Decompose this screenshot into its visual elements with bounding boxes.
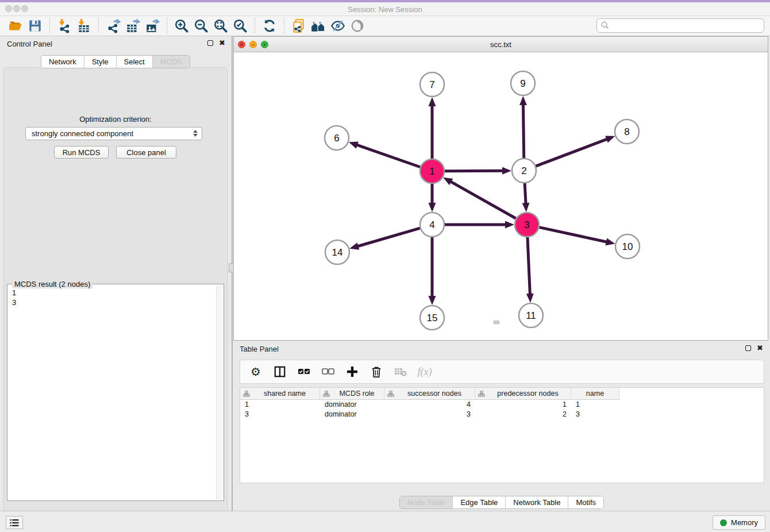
toolbar-separator xyxy=(49,18,50,34)
table-tab-motifs[interactable]: Motifs xyxy=(568,496,603,508)
graph-edge-3-11[interactable] xyxy=(528,237,530,296)
graph-edge-1-2[interactable] xyxy=(445,171,505,171)
control-panel-close-icon[interactable]: ✖ xyxy=(219,40,225,47)
hide-selected-eye-icon[interactable] xyxy=(328,17,348,34)
svg-text:11: 11 xyxy=(526,310,536,321)
import-network-icon[interactable] xyxy=(55,17,74,34)
table-row[interactable]: 3dominator323 xyxy=(240,410,764,419)
column-header-name[interactable]: name xyxy=(571,388,619,400)
cell-MCDS-role[interactable]: dominator xyxy=(320,400,384,410)
graph-node-14[interactable]: 14 xyxy=(325,240,349,264)
tab-select[interactable]: Select xyxy=(116,56,152,68)
memory-button[interactable]: Memory xyxy=(713,515,765,530)
graph-edge-2-9[interactable] xyxy=(523,103,523,158)
select-all-columns-icon[interactable] xyxy=(297,364,311,379)
column-header-MCDS-role[interactable]: MCDS role xyxy=(320,388,384,400)
deselect-all-columns-icon[interactable] xyxy=(321,364,336,379)
optimization-criterion-select[interactable]: strongly connected component xyxy=(25,127,202,140)
table-panel-close-icon[interactable]: ✖ xyxy=(757,345,763,352)
cell-predecessor-nodes[interactable]: 2 xyxy=(475,410,571,419)
task-history-button[interactable] xyxy=(6,516,23,529)
graph-node-7[interactable]: 7 xyxy=(420,72,444,97)
graph-edge-3-10[interactable] xyxy=(539,228,608,242)
delete-row-icon[interactable] xyxy=(369,364,384,379)
table-tab-node-table[interactable]: Node Table xyxy=(400,496,453,508)
memory-status-icon xyxy=(720,519,727,526)
zoom-in-icon[interactable] xyxy=(172,17,191,34)
list-icon xyxy=(9,518,20,527)
export-table-icon[interactable] xyxy=(123,17,143,34)
table-header-row: shared nameMCDS rolesuccessor nodesprede… xyxy=(240,388,764,400)
graph-edge-arrow-1-6 xyxy=(349,141,359,148)
function-builder-icon[interactable]: f(x) xyxy=(417,364,432,379)
svg-text:10: 10 xyxy=(622,241,633,252)
graph-node-11[interactable]: 11 xyxy=(519,303,543,327)
table-panel: Table Panel ✖ ⚙ f(x) shared nameMCDS rol… xyxy=(233,342,770,510)
close-panel-button[interactable]: Close panel xyxy=(116,146,176,159)
column-header-predecessor-nodes[interactable]: predecessor nodes xyxy=(475,388,571,400)
graph-node-8[interactable]: 8 xyxy=(615,119,639,144)
tab-style[interactable]: Style xyxy=(84,56,116,68)
home-icon[interactable] xyxy=(309,17,328,34)
network-canvas-svg[interactable]: 1234678910111415 xyxy=(234,52,768,340)
zoom-out-icon[interactable] xyxy=(191,17,211,34)
graph-edge-2-3[interactable] xyxy=(525,183,526,205)
graph-edge-4-14[interactable] xyxy=(356,228,420,246)
search-box[interactable] xyxy=(596,18,764,33)
graph-edge-arrow-3-10 xyxy=(605,238,615,246)
graph-node-9[interactable]: 9 xyxy=(511,71,535,95)
graph-node-15[interactable]: 15 xyxy=(420,306,444,330)
tab-mcds[interactable]: MCDS xyxy=(152,56,190,68)
graph-edge-1-6[interactable] xyxy=(355,144,420,167)
cell-MCDS-role[interactable]: dominator xyxy=(320,410,384,419)
graph-edge-3-1[interactable] xyxy=(449,181,516,219)
zoom-fit-icon[interactable] xyxy=(211,17,230,34)
save-session-icon[interactable] xyxy=(25,17,45,34)
table-row[interactable]: 1dominator411 xyxy=(240,400,764,410)
mcds-result-text[interactable]: 1 3 xyxy=(9,287,214,309)
cell-predecessor-nodes[interactable]: 1 xyxy=(475,400,571,410)
cell-shared-name[interactable]: 3 xyxy=(240,410,320,419)
cell-successor-nodes[interactable]: 3 xyxy=(384,410,475,419)
graph-node-2[interactable]: 2 xyxy=(512,159,536,183)
export-network-icon[interactable] xyxy=(103,17,123,34)
cell-name[interactable]: 3 xyxy=(571,410,619,419)
show-hidden-eye-icon[interactable] xyxy=(348,17,367,34)
import-table-icon[interactable] xyxy=(74,17,94,34)
table-panel-float-icon[interactable] xyxy=(745,345,751,351)
export-image-icon[interactable] xyxy=(143,17,162,34)
add-row-icon[interactable] xyxy=(345,364,360,379)
run-mcds-button[interactable]: Run MCDS xyxy=(54,146,109,159)
table-tab-network-table[interactable]: Network Table xyxy=(505,496,568,508)
split-columns-icon[interactable] xyxy=(272,364,287,379)
refresh-icon[interactable] xyxy=(260,17,279,34)
search-input[interactable] xyxy=(596,18,764,33)
table-tab-edge-table[interactable]: Edge Table xyxy=(452,496,505,508)
open-session-icon[interactable] xyxy=(6,17,25,34)
column-header-successor-nodes[interactable]: successor nodes xyxy=(384,388,475,400)
graph-node-1[interactable]: 1 xyxy=(420,159,444,183)
delete-table-icon[interactable] xyxy=(393,364,408,379)
graph-edge-2-8[interactable] xyxy=(536,138,609,166)
mcds-result-scrollbar[interactable] xyxy=(216,286,222,499)
control-panel-float-icon[interactable] xyxy=(207,40,213,46)
graph-edge-arrow-2-9 xyxy=(519,96,527,105)
graph-node-10[interactable]: 10 xyxy=(615,234,640,259)
graph-node-6[interactable]: 6 xyxy=(325,126,349,150)
column-header-shared-name[interactable]: shared name xyxy=(240,388,320,400)
table-settings-icon[interactable]: ⚙ xyxy=(248,364,263,379)
split-divider[interactable] xyxy=(232,36,233,511)
zoom-selected-icon[interactable] xyxy=(230,17,250,34)
status-bar: Memory xyxy=(0,511,770,532)
cell-shared-name[interactable]: 1 xyxy=(240,400,320,410)
cell-successor-nodes[interactable]: 4 xyxy=(384,400,475,410)
graph-edge-arrow-4-14 xyxy=(349,242,359,249)
cell-name[interactable]: 1 xyxy=(571,400,619,410)
duplicate-network-icon[interactable] xyxy=(289,17,309,34)
canvas-scroll-thumb[interactable] xyxy=(494,321,499,324)
tab-network[interactable]: Network xyxy=(41,56,84,68)
graph-edge-arrow-4-3 xyxy=(505,221,514,229)
graph-node-3[interactable]: 3 xyxy=(515,213,539,237)
network-window-titlebar: ✕ − + scc.txt xyxy=(234,37,768,52)
graph-node-4[interactable]: 4 xyxy=(420,213,444,237)
